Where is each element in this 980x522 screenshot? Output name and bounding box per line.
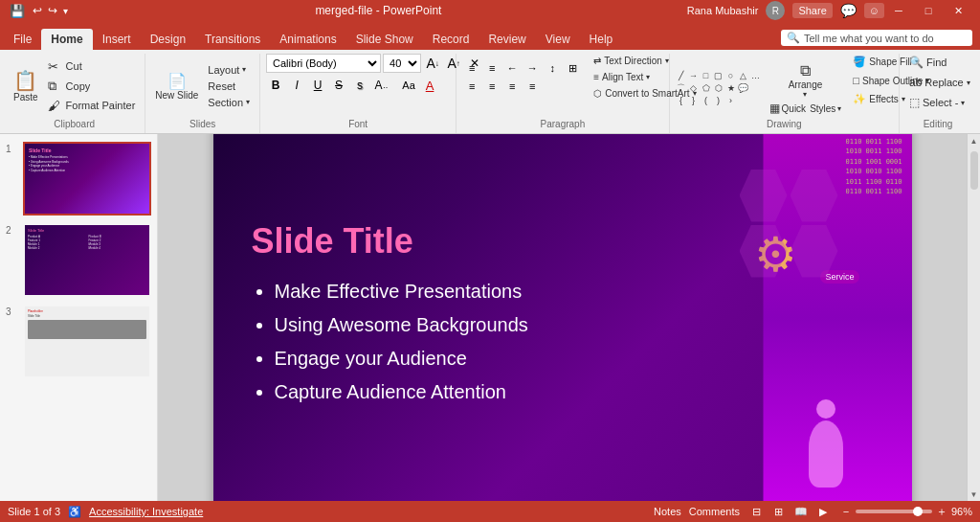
brace-l-shape[interactable]: { — [676, 95, 687, 106]
quick-styles-button[interactable]: ▦ Quick Styles ▾ — [766, 101, 846, 116]
char-spacing-btn[interactable]: A‥ — [371, 76, 390, 95]
new-slide-button[interactable]: 📄 New Slide — [151, 57, 202, 115]
font-color-btn[interactable]: A — [420, 76, 439, 95]
columns-btn[interactable]: ⊞ — [563, 59, 582, 77]
accessibility-label[interactable]: Accessibility: Investigate — [89, 506, 203, 517]
close-btn[interactable]: ✕ — [944, 0, 972, 21]
align-left-btn[interactable]: ≡ — [462, 78, 481, 95]
zoom-level[interactable]: 96% — [951, 506, 972, 517]
minimize-btn[interactable]: ─ — [884, 0, 913, 21]
center-btn[interactable]: ≡ — [482, 78, 501, 95]
select-button[interactable]: ⬚ Select - ▾ — [905, 94, 969, 111]
tri-shape[interactable]: △ — [738, 70, 749, 81]
shadow-button[interactable]: s — [350, 76, 369, 95]
replace-button[interactable]: ab Replace ▾ — [905, 74, 974, 91]
tab-design[interactable]: Design — [141, 29, 195, 50]
tab-review[interactable]: Review — [479, 29, 535, 50]
ribbon-search-box[interactable]: 🔍 Tell me what you want to do — [781, 30, 972, 46]
right-scrollbar[interactable]: ▲ ▼ — [967, 134, 980, 501]
zoom-thumb[interactable] — [913, 507, 923, 516]
shapes-row-1: ╱ → □ ▢ ○ △ … — [676, 70, 762, 81]
slide-title[interactable]: Slide Title — [252, 221, 721, 261]
increase-indent-btn[interactable]: → — [523, 59, 542, 77]
tab-slideshow[interactable]: Slide Show — [346, 29, 423, 50]
slide-thumb-3[interactable]: 3 Placeholder Slide Title — [6, 305, 151, 378]
justify-btn[interactable]: ≡ — [523, 78, 542, 95]
font-size-select[interactable]: 40 — [383, 54, 421, 73]
pentagon-shape[interactable]: ⬠ — [701, 82, 712, 94]
rounded-rect-shape[interactable]: ▢ — [713, 70, 724, 81]
normal-view-btn[interactable]: ⊟ — [747, 502, 767, 521]
reset-button[interactable]: Reset — [204, 79, 254, 94]
star-shape[interactable]: ★ — [725, 82, 737, 94]
zoom-out-btn[interactable]: － — [840, 504, 852, 520]
save-qat-btn[interactable]: 💾 — [8, 4, 27, 18]
tab-insert[interactable]: Insert — [93, 29, 141, 50]
copy-button[interactable]: ⧉ Copy — [44, 77, 140, 96]
tab-file[interactable]: File — [4, 29, 41, 50]
feedback-btn[interactable]: ☺ — [864, 3, 884, 18]
slide-preview-1[interactable]: Slide Title • Make Effective Presentatio… — [23, 142, 151, 216]
bullets-button[interactable]: ≡ — [462, 59, 481, 77]
tab-home[interactable]: Home — [41, 29, 92, 50]
slide-sorter-btn[interactable]: ⊞ — [769, 502, 789, 521]
callout-shape[interactable]: 💬 — [738, 82, 749, 94]
tab-record[interactable]: Record — [423, 29, 479, 50]
brace-r-shape[interactable]: } — [688, 95, 700, 106]
slideshow-btn[interactable]: ▶ — [813, 502, 833, 521]
strikethrough-button[interactable]: S — [329, 76, 348, 95]
quick-access-toolbar[interactable]: 💾 ↩ ↪ ▾ — [8, 4, 70, 18]
undo-btn[interactable]: ↩ — [31, 4, 44, 17]
line-shape[interactable]: ╱ — [676, 70, 687, 81]
paren-l-shape[interactable]: ( — [701, 95, 712, 106]
tab-help[interactable]: Help — [580, 29, 623, 50]
redo-btn[interactable]: ↪ — [46, 4, 59, 17]
window-controls[interactable]: ─ □ ✕ — [884, 0, 972, 21]
paste-button[interactable]: 📋 Paste — [10, 57, 42, 115]
slide-preview-3[interactable]: Placeholder Slide Title — [23, 305, 151, 378]
scroll-up-btn[interactable]: ▲ — [968, 134, 980, 148]
comments-btn[interactable]: Comments — [689, 506, 740, 517]
change-case-btn[interactable]: Aa — [399, 76, 418, 95]
tab-animations[interactable]: Animations — [270, 29, 345, 50]
slide-preview-2[interactable]: Slide Title Product AFeature 1Module 1Mo… — [23, 223, 151, 297]
arrow-shape[interactable]: → — [688, 70, 700, 81]
curve-shape[interactable]: ⌒ — [676, 82, 687, 94]
notes-btn[interactable]: Notes — [654, 506, 681, 517]
chevron-shape[interactable]: › — [725, 95, 737, 106]
decrease-font-btn[interactable]: A↓ — [423, 54, 442, 73]
hex-shape[interactable]: ⬡ — [713, 82, 724, 94]
reading-view-btn[interactable]: 📖 — [791, 502, 811, 521]
layout-button[interactable]: Layout ▾ — [204, 62, 254, 78]
comments-btn[interactable]: 💬 — [840, 3, 857, 18]
rect-shape[interactable]: □ — [701, 70, 712, 81]
find-button[interactable]: 🔍 Find — [905, 54, 950, 71]
qat-more-btn[interactable]: ▾ — [61, 6, 70, 16]
share-btn[interactable]: Share — [792, 3, 832, 18]
line-spacing-btn[interactable]: ↕ — [543, 59, 562, 77]
format-painter-button[interactable]: 🖌 Format Painter — [44, 97, 140, 115]
bold-button[interactable]: B — [266, 76, 285, 95]
decrease-indent-btn[interactable]: ← — [502, 59, 522, 77]
numbering-button[interactable]: ≡ — [482, 59, 501, 77]
tab-transitions[interactable]: Transitions — [195, 29, 270, 50]
more-shapes[interactable]: … — [750, 70, 762, 81]
underline-button[interactable]: U — [308, 76, 327, 95]
paren-r-shape[interactable]: ) — [713, 95, 724, 106]
font-family-select[interactable]: Calibri (Body) — [266, 54, 381, 73]
arrange-button[interactable]: ⧉ Arrange ▾ — [766, 60, 846, 101]
diamond-shape[interactable]: ◇ — [688, 82, 700, 94]
tab-view[interactable]: View — [536, 29, 580, 50]
maximize-btn[interactable]: □ — [914, 0, 943, 21]
italic-button[interactable]: I — [287, 76, 306, 95]
cut-button[interactable]: ✂ Cut — [44, 57, 140, 76]
zoom-in-btn[interactable]: ＋ — [936, 504, 947, 520]
slide-thumb-1[interactable]: 1 Slide Title • Make Effective Presentat… — [6, 142, 151, 216]
main-slide[interactable]: Slide Title Make Effective Presentations… — [213, 134, 912, 501]
circle-shape[interactable]: ○ — [725, 70, 737, 81]
align-right-btn[interactable]: ≡ — [502, 78, 522, 95]
scroll-down-btn[interactable]: ▼ — [968, 488, 980, 501]
slide-thumb-2[interactable]: 2 Slide Title Product AFeature 1Module 1… — [6, 223, 151, 297]
zoom-slider[interactable] — [856, 510, 932, 513]
section-button[interactable]: Section ▾ — [204, 95, 254, 110]
